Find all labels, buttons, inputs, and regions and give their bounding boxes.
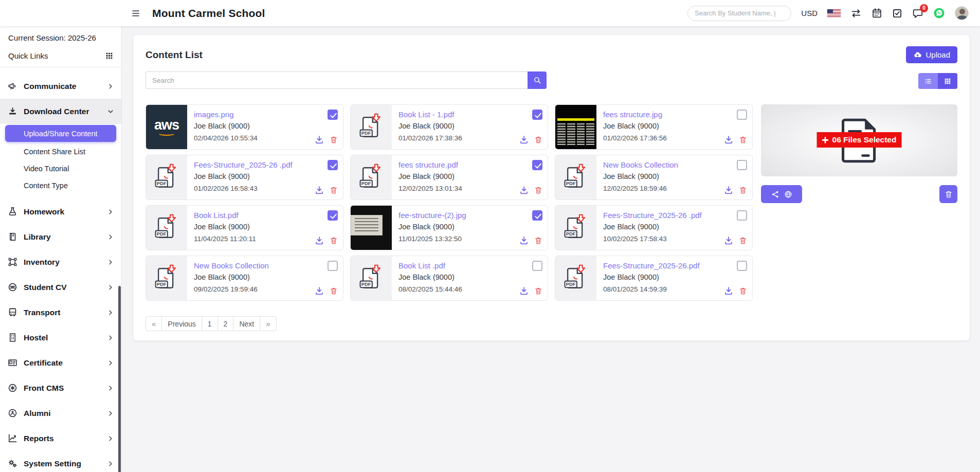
download-icon[interactable] bbox=[724, 286, 733, 296]
sidebar-item-alumni[interactable]: Alumni bbox=[0, 401, 121, 426]
file-title-link[interactable]: Book List.pdf bbox=[194, 211, 317, 220]
sidebar-item-hostel[interactable]: Hostel bbox=[0, 325, 121, 350]
select-checkbox[interactable] bbox=[328, 160, 338, 170]
quick-links[interactable]: Quick Links bbox=[0, 46, 121, 67]
select-checkbox[interactable] bbox=[328, 110, 338, 120]
download-icon[interactable] bbox=[315, 236, 324, 245]
delete-icon[interactable] bbox=[739, 136, 747, 144]
user-avatar[interactable] bbox=[955, 6, 969, 20]
pagination-next[interactable]: Next bbox=[233, 316, 260, 331]
chevron-right-icon bbox=[107, 360, 114, 366]
file-title-link[interactable]: fees structure.pdf bbox=[398, 160, 522, 169]
pagination-page-1[interactable]: 1 bbox=[202, 316, 218, 331]
sidebar-item-library[interactable]: Library bbox=[0, 224, 121, 249]
student-search[interactable] bbox=[687, 6, 791, 21]
sidebar-item-video-tutorial[interactable]: Video Tutorial bbox=[0, 160, 121, 177]
file-title-link[interactable]: Book List .pdf bbox=[398, 261, 522, 270]
grid-apps-icon[interactable] bbox=[105, 52, 113, 60]
delete-icon[interactable] bbox=[534, 237, 542, 245]
delete-icon[interactable] bbox=[330, 237, 338, 245]
file-title-link[interactable]: Fees-Structure_2025-26 .pdf bbox=[194, 160, 317, 169]
file-title-link[interactable]: New Books Collection bbox=[603, 160, 727, 169]
delete-icon[interactable] bbox=[330, 287, 338, 295]
delete-icon[interactable] bbox=[534, 287, 542, 295]
delete-icon[interactable] bbox=[330, 136, 338, 144]
file-title-link[interactable]: Fees-Structure_2025-26 .pdf bbox=[603, 211, 727, 220]
pagination-previous[interactable]: Previous bbox=[161, 316, 202, 331]
grid-view-button[interactable] bbox=[938, 73, 957, 89]
select-checkbox[interactable] bbox=[328, 261, 338, 271]
select-checkbox[interactable] bbox=[532, 261, 542, 271]
delete-selected-button[interactable] bbox=[939, 185, 957, 203]
sidebar-item-student-cv[interactable]: Student CV bbox=[0, 275, 121, 300]
sidebar-item-download-center[interactable]: Download Center bbox=[0, 99, 121, 124]
pagination-last[interactable]: » bbox=[260, 316, 276, 331]
download-icon[interactable] bbox=[519, 286, 529, 296]
select-checkbox[interactable] bbox=[328, 210, 338, 221]
calendar-icon[interactable] bbox=[872, 8, 882, 19]
share-selected-button[interactable] bbox=[761, 185, 802, 203]
sidebar-item-system-setting[interactable]: System Setting bbox=[0, 451, 121, 472]
download-icon[interactable] bbox=[724, 135, 733, 144]
search-icon[interactable] bbox=[785, 9, 786, 17]
sidebar-item-inventory[interactable]: Inventory bbox=[0, 249, 121, 275]
sidebar-item-front-cms[interactable]: Front CMS bbox=[0, 375, 121, 401]
chevron-down-icon bbox=[107, 108, 114, 115]
delete-icon[interactable] bbox=[330, 186, 338, 194]
select-checkbox[interactable] bbox=[737, 261, 747, 271]
chat-button[interactable]: 0 bbox=[912, 8, 923, 19]
sidebar-item-transport[interactable]: Transport bbox=[0, 300, 121, 325]
select-checkbox[interactable] bbox=[532, 160, 542, 170]
download-icon[interactable] bbox=[519, 236, 529, 245]
sidebar-item-upload-share-content[interactable]: Upload/Share Content bbox=[5, 125, 116, 142]
sidebar-item-homework[interactable]: Homework bbox=[0, 199, 121, 224]
select-checkbox[interactable] bbox=[737, 160, 747, 170]
download-icon[interactable] bbox=[315, 135, 324, 144]
pagination-first[interactable]: « bbox=[146, 316, 162, 331]
select-checkbox[interactable] bbox=[532, 110, 542, 120]
select-checkbox[interactable] bbox=[532, 210, 542, 221]
download-icon[interactable] bbox=[315, 286, 324, 296]
sidebar-item-certificate[interactable]: Certificate bbox=[0, 350, 121, 375]
sidebar-toggle-icon[interactable] bbox=[131, 9, 141, 17]
file-title-link[interactable]: images.png bbox=[194, 110, 317, 119]
quick-links-label: Quick Links bbox=[8, 51, 48, 60]
download-icon[interactable] bbox=[724, 186, 733, 195]
sidebar-item-communicate[interactable]: Communicate bbox=[0, 74, 121, 99]
sidebar-item-content-share-list[interactable]: Content Share List bbox=[0, 143, 121, 160]
content-search-button[interactable] bbox=[528, 71, 547, 89]
list-view-button[interactable] bbox=[918, 73, 938, 89]
delete-icon[interactable] bbox=[739, 186, 747, 194]
download-icon[interactable] bbox=[519, 135, 529, 144]
select-checkbox[interactable] bbox=[737, 210, 747, 221]
download-icon[interactable] bbox=[519, 186, 529, 195]
download-icon[interactable] bbox=[724, 236, 733, 245]
exchange-icon[interactable] bbox=[850, 8, 862, 19]
file-title-link[interactable]: fee-structure-(2).jpg bbox=[398, 211, 522, 220]
download-icon[interactable] bbox=[315, 186, 324, 195]
megaphone-icon bbox=[8, 81, 17, 91]
language-flag-icon[interactable] bbox=[827, 9, 841, 17]
sidebar-scrollbar[interactable] bbox=[118, 286, 121, 472]
currency-label[interactable]: USD bbox=[801, 9, 818, 17]
whatsapp-icon[interactable] bbox=[933, 7, 945, 19]
student-search-input[interactable] bbox=[695, 9, 785, 17]
pagination-page-2[interactable]: 2 bbox=[217, 316, 234, 331]
delete-icon[interactable] bbox=[534, 186, 542, 194]
content-search-input[interactable] bbox=[146, 71, 528, 89]
sidebar-item-reports[interactable]: Reports bbox=[0, 426, 121, 451]
file-title-link[interactable]: Book List - 1.pdf bbox=[398, 110, 522, 119]
sidebar-item-content-type[interactable]: Content Type bbox=[0, 177, 121, 194]
upload-button[interactable]: Upload bbox=[906, 46, 957, 63]
file-title-link[interactable]: New Books Collection bbox=[194, 261, 317, 270]
flask-icon bbox=[8, 207, 17, 216]
delete-icon[interactable] bbox=[739, 237, 747, 245]
file-title-link[interactable]: fees structure.jpg bbox=[603, 110, 727, 119]
delete-icon[interactable] bbox=[534, 136, 542, 144]
delete-icon[interactable] bbox=[739, 287, 747, 295]
file-title-link[interactable]: Fees-Structure_2025-26.pdf bbox=[603, 261, 727, 270]
select-checkbox[interactable] bbox=[737, 110, 747, 120]
cv-icon bbox=[8, 282, 17, 292]
file-owner: Joe Black (9000) bbox=[603, 223, 746, 231]
tasks-icon[interactable] bbox=[892, 8, 902, 19]
